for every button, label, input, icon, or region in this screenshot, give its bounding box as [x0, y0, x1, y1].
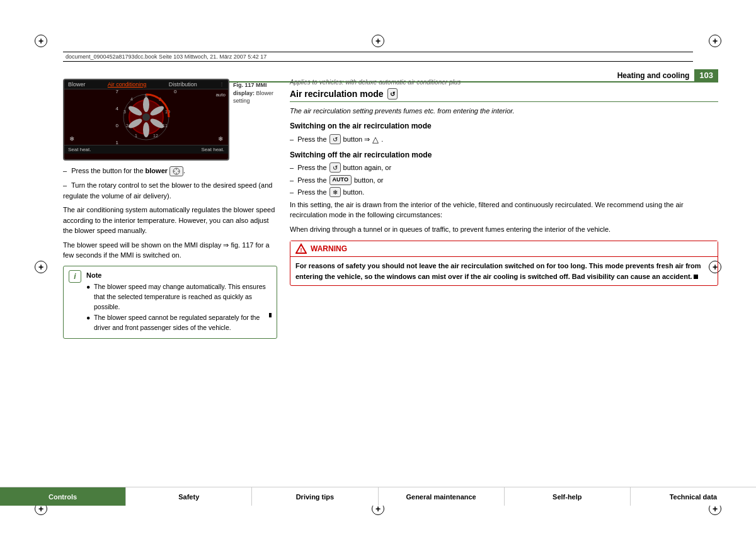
mmi-seat-left: Seat heat.: [68, 147, 91, 152]
body-para-right-2: When driving through a tunnel or in queu…: [290, 224, 718, 235]
note-bullet-1: ● The blower speed may change automatica…: [86, 282, 272, 312]
subheading-switch-on: Switching on the air recirculation mode: [290, 122, 718, 130]
note-content: Note ● The blower speed may change autom…: [86, 270, 272, 334]
instruction-rotary: – Turn the rotary control to set the blo…: [63, 180, 277, 201]
nav-technical-data[interactable]: Technical data: [631, 487, 756, 506]
blower-button-icon: [169, 166, 183, 176]
warning-header: ! WARNING: [290, 241, 718, 257]
mmi-seat-right: Seat heat.: [202, 147, 224, 152]
switch-off-2: – Press the AUTO button, or: [290, 175, 718, 186]
note-icon: i: [69, 270, 81, 283]
switch-off-1: – Press the ↺ button again, or: [290, 162, 718, 173]
section-heading-text: Air recirculation mode: [290, 89, 384, 99]
warning-body: For reasons of safety you should not lea…: [290, 257, 718, 285]
svg-point-15: [143, 122, 149, 137]
warning-box: ! WARNING For reasons of safety you shou…: [290, 241, 718, 286]
mmi-auto-label: auto: [215, 92, 226, 98]
doc-info-text: document_0900452a81793dcc.book Seite 103…: [66, 54, 266, 60]
note-bullet-1-text: The blower speed may change automaticall…: [94, 282, 272, 312]
mmi-right-icon: ❄: [218, 135, 223, 142]
svg-point-12: [143, 97, 149, 112]
mmi-right-scale: 0: [174, 89, 176, 145]
svg-point-18: [142, 113, 150, 121]
doc-info-bar: document_0900452a81793dcc.book Seite 103…: [63, 52, 693, 62]
mmi-header: Blower Air conditioning Distribution ⋮: [64, 80, 228, 89]
switch-off-3: – Press the ❄ button.: [290, 187, 718, 198]
reg-mark-tl: [35, 35, 47, 47]
section-heading-recirculation: Air recirculation mode ↺: [290, 88, 718, 102]
nav-driving-tips[interactable]: Driving tips: [252, 487, 378, 506]
note-bullet-2: ● The blower speed cannot be regulated s…: [86, 313, 272, 333]
warning-end-mark: [694, 275, 698, 279]
recirculation-icon: ↺: [387, 88, 398, 99]
ac-btn: ❄: [329, 187, 341, 197]
reg-mark-mt: [372, 35, 384, 47]
mmi-dist-label: Distribution: [169, 81, 197, 88]
nav-self-help[interactable]: Self-help: [505, 487, 631, 506]
body-para-2: The blower speed will be shown on the MM…: [63, 240, 277, 261]
left-column: Blower Air conditioning Distribution ⋮ 7…: [63, 79, 277, 471]
note-bullet-2-text: The blower speed cannot be regulated sep…: [94, 313, 265, 333]
switch-on-instruction: – Press the ↺ button ⇒ △.: [290, 134, 718, 146]
press-button-text: Press the button for the blower: [71, 167, 169, 174]
nav-general-maintenance[interactable]: General maintenance: [379, 487, 505, 506]
rotary-text: Turn the rotary control to set the blowe…: [63, 181, 272, 200]
warning-symbol: △: [372, 134, 379, 146]
right-column: Applies to vehicles: with deluxe automat…: [290, 79, 718, 471]
mmi-display: Blower Air conditioning Distribution ⋮ 7…: [63, 79, 229, 161]
svg-text:!: !: [301, 247, 302, 253]
svg-text:2: 2: [126, 123, 129, 128]
subheading-switch-off: Switching off the air recirculation mode: [290, 151, 718, 159]
recirculate-btn: ↺: [329, 134, 341, 144]
instruction-blower: – Press the button for the blower .: [63, 166, 277, 176]
auto-btn: AUTO: [329, 175, 352, 185]
body-para-right-1: In this setting, the air is drawn from t…: [290, 200, 718, 220]
warning-body-text: For reasons of safety you should not lea…: [295, 262, 701, 280]
note-title: Note: [86, 270, 272, 281]
main-content: Blower Air conditioning Distribution ⋮ 7…: [63, 79, 718, 471]
reg-mark-ml: [35, 261, 47, 273]
nav-safety[interactable]: Safety: [126, 487, 252, 506]
mmi-fan-container: 8 9 10 11 12 4 3 2 1: [121, 89, 171, 145]
nav-controls[interactable]: Controls: [0, 487, 126, 506]
svg-text:4: 4: [130, 97, 133, 101]
mmi-menu-icon: ⋮: [219, 81, 224, 88]
mmi-left-scale: 7 4 0 1: [116, 89, 118, 145]
warning-title: WARNING: [311, 244, 347, 253]
svg-text:3: 3: [123, 110, 126, 114]
recirculate-btn-2: ↺: [329, 162, 341, 173]
note-box: i Note ● The blower speed may change aut…: [63, 266, 277, 339]
italic-intro: The air recirculation setting prevents f…: [290, 106, 718, 116]
mmi-ac-label: Air conditioning: [108, 81, 147, 88]
svg-text:1: 1: [135, 134, 137, 138]
svg-text:12: 12: [153, 134, 158, 138]
warning-triangle-icon: !: [295, 243, 307, 254]
mmi-fan-svg: 8 9 10 11 12 4 3 2 1: [121, 92, 171, 142]
mmi-left-icon: ❄: [69, 135, 74, 142]
fig-caption: Fig. 117 MMI display: Blower setting: [233, 79, 277, 163]
mmi-blower-label: Blower: [68, 81, 86, 88]
body-para-1: The air conditioning system automaticall…: [63, 205, 277, 236]
mmi-footer: Seat heat. Seat heat.: [64, 145, 228, 154]
applies-text: Applies to vehicles: with deluxe automat…: [290, 79, 718, 86]
end-mark: [269, 313, 272, 317]
bottom-nav: Controls Safety Driving tips General mai…: [0, 487, 756, 506]
reg-mark-tr: [709, 35, 721, 47]
